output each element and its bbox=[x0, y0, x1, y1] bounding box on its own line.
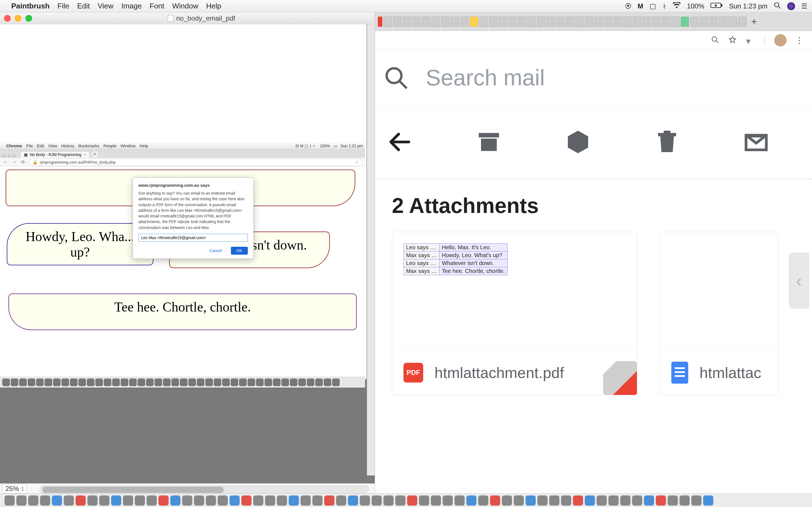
dock-app-icon[interactable] bbox=[656, 496, 666, 506]
dock-app-icon[interactable] bbox=[230, 496, 240, 506]
menubar-app-name[interactable]: Paintbrush bbox=[11, 2, 50, 10]
browser-tab[interactable] bbox=[709, 17, 718, 27]
browser-tab[interactable] bbox=[604, 17, 612, 27]
browser-tab[interactable] bbox=[642, 17, 651, 27]
dock-app-icon[interactable] bbox=[265, 496, 275, 506]
window-close-button[interactable] bbox=[4, 15, 11, 22]
browser-tab[interactable] bbox=[690, 17, 699, 27]
dock-app-icon[interactable] bbox=[170, 496, 181, 506]
menubar-extra-icon[interactable]: ⦿ bbox=[625, 2, 631, 10]
window-minimize-button[interactable] bbox=[15, 15, 21, 22]
browser-tab[interactable] bbox=[680, 17, 689, 27]
dock-app-icon[interactable] bbox=[371, 496, 382, 506]
browser-tab[interactable] bbox=[470, 17, 478, 27]
browser-tab[interactable] bbox=[546, 17, 555, 27]
browser-tab[interactable] bbox=[441, 17, 449, 27]
browser-tab[interactable] bbox=[537, 17, 545, 27]
browser-tab[interactable] bbox=[594, 17, 603, 27]
dock-app-icon[interactable] bbox=[395, 496, 405, 506]
dock-app-icon[interactable] bbox=[64, 496, 74, 506]
delete-icon[interactable] bbox=[654, 128, 680, 157]
browser-tab[interactable] bbox=[661, 17, 670, 27]
profile-avatar[interactable] bbox=[774, 34, 786, 47]
dock-app-icon[interactable] bbox=[336, 496, 346, 506]
menu-view[interactable]: View bbox=[98, 2, 114, 10]
dock-app-icon[interactable] bbox=[514, 496, 524, 506]
browser-tab[interactable] bbox=[479, 17, 488, 27]
dock-app-icon[interactable] bbox=[644, 496, 654, 506]
browser-tab[interactable] bbox=[393, 17, 402, 27]
menu-help[interactable]: Help bbox=[206, 2, 221, 10]
dock-app-icon[interactable] bbox=[289, 496, 299, 506]
browser-tab[interactable] bbox=[508, 17, 516, 27]
gmail-search-bar[interactable]: Search mail bbox=[375, 50, 812, 106]
new-tab-button[interactable]: + bbox=[751, 16, 757, 27]
dock-app-icon[interactable] bbox=[182, 496, 192, 506]
dock-app-icon[interactable] bbox=[111, 496, 121, 506]
dock-app-icon[interactable] bbox=[478, 496, 488, 506]
browser-tab[interactable] bbox=[499, 17, 507, 27]
archive-icon[interactable] bbox=[475, 128, 502, 157]
dock-app-icon[interactable] bbox=[324, 496, 335, 506]
dock-app-icon[interactable] bbox=[241, 496, 252, 506]
browser-tab[interactable] bbox=[527, 17, 536, 27]
dock-app-icon[interactable] bbox=[632, 496, 642, 506]
wifi-icon[interactable] bbox=[672, 2, 681, 10]
dock-app-icon[interactable] bbox=[620, 496, 630, 506]
dock-app-icon[interactable] bbox=[466, 496, 476, 506]
notification-center-icon[interactable]: ☰ bbox=[801, 2, 808, 10]
dock-app-icon[interactable] bbox=[194, 496, 204, 506]
dock-app-icon[interactable] bbox=[348, 496, 358, 506]
menubar-clock[interactable]: Sun 1:23 pm bbox=[729, 2, 767, 10]
mark-unread-icon[interactable] bbox=[743, 128, 770, 157]
search-icon[interactable] bbox=[384, 65, 409, 91]
dock-app-icon[interactable] bbox=[573, 496, 583, 506]
back-button[interactable] bbox=[386, 128, 413, 157]
browser-tab[interactable] bbox=[489, 17, 497, 27]
chrome-menu-icon[interactable]: ⋮ bbox=[795, 35, 804, 45]
dock-app-icon[interactable] bbox=[147, 496, 157, 506]
dock-app-icon[interactable] bbox=[312, 496, 322, 506]
dock-app-icon[interactable] bbox=[16, 496, 27, 506]
dock-app-icon[interactable] bbox=[585, 496, 595, 506]
menubar-m-icon[interactable]: M bbox=[638, 2, 644, 10]
menu-font[interactable]: Font bbox=[150, 2, 164, 10]
dock-app-icon[interactable] bbox=[431, 496, 441, 506]
browser-tab[interactable] bbox=[700, 17, 708, 27]
dock-app-icon[interactable] bbox=[679, 496, 690, 506]
paintbrush-canvas-area[interactable]: Chrome File Edit View History Bookmarks … bbox=[0, 24, 375, 483]
browser-tab[interactable] bbox=[518, 17, 526, 27]
dock-app-icon[interactable] bbox=[703, 496, 713, 506]
dock-app-icon[interactable] bbox=[4, 496, 15, 506]
dock-app-icon[interactable] bbox=[668, 496, 678, 506]
window-zoom-button[interactable] bbox=[26, 15, 32, 22]
menu-edit[interactable]: Edit bbox=[77, 2, 90, 10]
zoom-indicator-icon[interactable] bbox=[711, 36, 720, 45]
browser-tab[interactable] bbox=[652, 17, 660, 27]
browser-tab[interactable] bbox=[384, 17, 392, 27]
attachment-card-pdf[interactable]: Leo says …Hello, Max. It's Leo. Max says… bbox=[392, 232, 637, 395]
browser-tab[interactable] bbox=[575, 17, 583, 27]
dock-app-icon[interactable] bbox=[218, 496, 228, 506]
spotlight-icon[interactable] bbox=[774, 2, 781, 11]
browser-tab[interactable] bbox=[556, 17, 564, 27]
browser-tab[interactable] bbox=[633, 17, 641, 27]
dock-app-icon[interactable] bbox=[384, 496, 394, 506]
browser-tab[interactable] bbox=[432, 17, 440, 27]
browser-tab[interactable] bbox=[671, 17, 679, 27]
dock-app-icon[interactable] bbox=[75, 496, 86, 506]
dock-app-icon[interactable] bbox=[549, 496, 559, 506]
dock-app-icon[interactable] bbox=[691, 496, 702, 506]
dock-app-icon[interactable] bbox=[28, 496, 38, 506]
dock-app-icon[interactable] bbox=[407, 496, 417, 506]
bookmark-star-icon[interactable] bbox=[728, 36, 738, 45]
report-spam-icon[interactable] bbox=[564, 128, 592, 157]
side-panel-toggle[interactable]: ‹ bbox=[789, 252, 809, 309]
dock-app-icon[interactable] bbox=[538, 496, 548, 506]
browser-tab[interactable] bbox=[566, 17, 574, 27]
dock-app-icon[interactable] bbox=[455, 496, 465, 506]
dock-app-icon[interactable] bbox=[490, 496, 500, 506]
browser-tab[interactable] bbox=[719, 17, 727, 27]
bluetooth-icon[interactable]: ᚼ bbox=[662, 2, 666, 10]
browser-tab[interactable] bbox=[728, 17, 737, 27]
